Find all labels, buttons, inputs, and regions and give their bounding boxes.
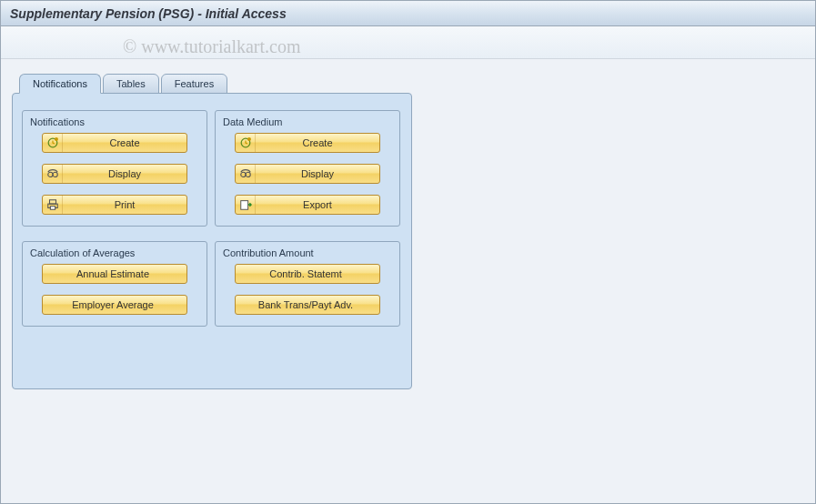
tabstrip: Notifications Tables Features [12,74,804,94]
display-icon [236,165,256,183]
button-data-medium-display[interactable]: Display [235,164,380,184]
svg-point-1 [54,137,57,141]
button-data-medium-export[interactable]: Export [235,195,380,215]
export-icon [236,196,256,214]
print-icon [43,196,63,214]
group-title-notifications: Notifications [26,116,88,127]
button-bank-trans-payt-adv[interactable]: Bank Trans/Payt Adv. [235,295,380,315]
svg-point-9 [240,172,245,176]
create-icon [236,134,256,152]
button-label: Export [256,199,379,210]
tab-panel-notifications: Notifications Create Display [12,93,412,389]
create-icon [43,134,63,152]
svg-rect-11 [240,201,247,210]
page-title: Supplementary Pension (PSG) - Initial Ac… [10,6,287,21]
button-annual-estimate[interactable]: Annual Estimate [42,264,187,284]
content-area: Notifications Tables Features Notificati… [1,59,815,503]
button-label: Create [63,137,186,148]
group-calc-averages: Calculation of Averages Annual Estimate … [22,241,207,327]
tab-features[interactable]: Features [161,74,227,94]
button-data-medium-create[interactable]: Create [235,133,380,153]
button-label: Display [63,168,186,179]
svg-point-8 [247,137,250,141]
svg-point-10 [246,172,250,176]
button-notifications-display[interactable]: Display [42,164,187,184]
application-toolbar [1,26,815,59]
group-contribution-amount: Contribution Amount Contrib. Statemt Ban… [215,241,400,327]
group-title-calc-averages: Calculation of Averages [26,247,138,258]
group-data-medium: Data Medium Create Display [215,110,400,227]
button-contrib-statemt[interactable]: Contrib. Statemt [235,264,380,284]
svg-point-2 [47,172,52,176]
button-label: Create [256,137,379,148]
svg-point-3 [53,172,57,176]
svg-rect-6 [50,207,55,210]
button-label: Display [256,168,379,179]
title-bar: Supplementary Pension (PSG) - Initial Ac… [1,1,815,26]
button-label: Contrib. Statemt [236,268,379,279]
display-icon [43,165,63,183]
svg-rect-4 [49,200,55,204]
button-label: Annual Estimate [43,268,186,279]
button-notifications-create[interactable]: Create [42,133,187,153]
group-title-data-medium: Data Medium [219,116,286,127]
button-employer-average[interactable]: Employer Average [42,295,187,315]
group-title-contribution: Contribution Amount [219,247,317,258]
tab-tables[interactable]: Tables [103,74,159,94]
button-label: Employer Average [43,299,186,310]
button-label: Print [63,199,186,210]
button-label: Bank Trans/Payt Adv. [236,299,379,310]
button-notifications-print[interactable]: Print [42,195,187,215]
tab-notifications[interactable]: Notifications [19,74,101,94]
group-notifications: Notifications Create Display [22,110,207,227]
